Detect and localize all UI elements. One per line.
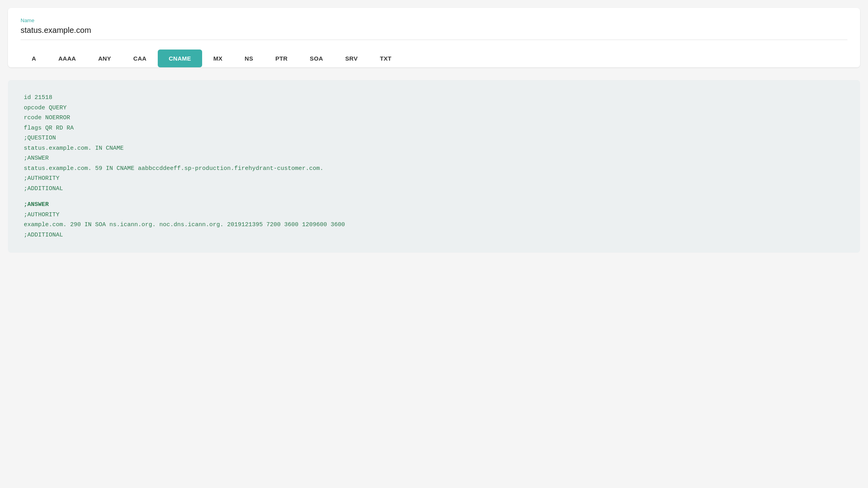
tab-a[interactable]: A bbox=[21, 50, 47, 67]
result-line: status.example.com. IN CNAME bbox=[24, 143, 844, 154]
top-card: Name status.example.com AAAAAANYCAACNAME… bbox=[8, 8, 860, 67]
tab-ptr[interactable]: PTR bbox=[264, 50, 299, 67]
tab-any[interactable]: ANY bbox=[87, 50, 122, 67]
result-line: status.example.com. 59 IN CNAME aabbccdd… bbox=[24, 164, 844, 174]
result-line: opcode QUERY bbox=[24, 103, 844, 113]
name-label: Name bbox=[21, 17, 847, 23]
result-line: ;QUESTION bbox=[24, 133, 844, 143]
result-line: ;ANSWER bbox=[24, 200, 844, 210]
result-line: ;ADDITIONAL bbox=[24, 184, 844, 194]
result-line: id 21518 bbox=[24, 93, 844, 103]
result-spacer bbox=[24, 194, 844, 200]
name-value: status.example.com bbox=[21, 26, 847, 40]
tab-mx[interactable]: MX bbox=[202, 50, 233, 67]
tab-txt[interactable]: TXT bbox=[369, 50, 403, 67]
tab-srv[interactable]: SRV bbox=[334, 50, 369, 67]
tab-cname[interactable]: CNAME bbox=[158, 50, 203, 67]
result-line: example.com. 290 IN SOA ns.icann.org. no… bbox=[24, 220, 844, 230]
result-line: ;AUTHORITY bbox=[24, 210, 844, 220]
dns-result-card: id 21518opcode QUERYrcode NOERRORflags Q… bbox=[8, 80, 860, 253]
result-line: rcode NOERROR bbox=[24, 113, 844, 123]
tab-aaaa[interactable]: AAAA bbox=[47, 50, 87, 67]
dns-tab-bar: AAAAAANYCAACNAMEMXNSPTRSOASRVTXT bbox=[21, 50, 847, 67]
tab-caa[interactable]: CAA bbox=[122, 50, 157, 67]
tab-soa[interactable]: SOA bbox=[299, 50, 334, 67]
result-line: ;ADDITIONAL bbox=[24, 230, 844, 240]
result-line: ;ANSWER bbox=[24, 153, 844, 164]
result-line: flags QR RD RA bbox=[24, 123, 844, 133]
result-line: ;AUTHORITY bbox=[24, 173, 844, 184]
tab-ns[interactable]: NS bbox=[233, 50, 264, 67]
